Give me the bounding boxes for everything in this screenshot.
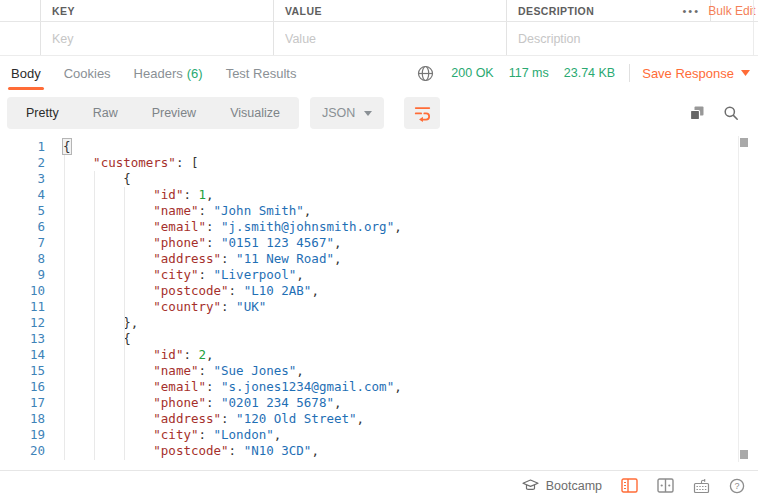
- chevron-down-icon: [364, 111, 372, 116]
- line-number: 8: [0, 251, 45, 267]
- response-body-editor[interactable]: 1234567891011121314151617181920 { "custo…: [0, 136, 758, 462]
- tab-headers[interactable]: Headers (6): [131, 56, 206, 90]
- keyboard-shortcuts-icon[interactable]: [692, 477, 710, 495]
- code-line: {: [63, 171, 758, 187]
- line-number: 18: [0, 411, 45, 427]
- more-options-button[interactable]: •••: [682, 5, 710, 17]
- value-input[interactable]: [285, 32, 495, 46]
- two-pane-layout-icon[interactable]: [656, 477, 674, 495]
- help-icon[interactable]: ?: [728, 477, 746, 495]
- line-number: 3: [0, 171, 45, 187]
- scrollbar-thumb-bottom[interactable]: [740, 450, 748, 459]
- code-line: "customers": [: [63, 155, 758, 171]
- line-number: 7: [0, 235, 45, 251]
- line-number: 19: [0, 427, 45, 443]
- code-line: "phone": "0201 234 5678",: [63, 395, 758, 411]
- params-header-row: KEY VALUE DESCRIPTION ••• Bulk Edit: [0, 0, 758, 22]
- code-line: "email": "j.smith@johnsmith.org",: [63, 219, 758, 235]
- column-header-key: KEY: [40, 0, 273, 21]
- line-number: 20: [0, 443, 45, 459]
- divider: [629, 64, 630, 82]
- code-line: "city": "Liverpool",: [63, 267, 758, 283]
- svg-text:?: ?: [734, 481, 739, 491]
- code-content[interactable]: { "customers": [ { "id": 1, "name": "Joh…: [55, 139, 758, 459]
- line-number: 12: [0, 315, 45, 331]
- console-icon[interactable]: [620, 477, 638, 495]
- code-line: "city": "London",: [63, 427, 758, 443]
- code-line: "address": "120 Old Street",: [63, 411, 758, 427]
- params-input-row: [0, 22, 758, 56]
- status-bar: Bootcamp: [0, 470, 758, 500]
- description-input[interactable]: [518, 32, 741, 46]
- scrollbar-thumb-top[interactable]: [740, 138, 748, 147]
- code-line: "country": "UK": [63, 299, 758, 315]
- response-size: 23.74 KB: [564, 66, 615, 80]
- headers-count-badge: (6): [187, 66, 203, 81]
- column-header-value: VALUE: [273, 0, 506, 21]
- line-number-gutter: 1234567891011121314151617181920: [0, 139, 55, 459]
- code-line: "id": 1,: [63, 187, 758, 203]
- column-header-description: DESCRIPTION: [518, 5, 594, 17]
- code-line: },: [63, 315, 758, 331]
- editor-toolbar-right: [686, 96, 742, 130]
- code-line: {: [63, 139, 758, 155]
- response-panel: KEY VALUE DESCRIPTION ••• Bulk Edit Body…: [0, 0, 758, 500]
- response-time: 117 ms: [509, 66, 549, 80]
- view-raw[interactable]: Raw: [76, 97, 135, 129]
- line-number: 17: [0, 395, 45, 411]
- code-line: "postcode": "N10 3CD",: [63, 443, 758, 459]
- code-line: "name": "John Smith",: [63, 203, 758, 219]
- indent-guide: [64, 155, 65, 460]
- code-line: {: [63, 331, 758, 347]
- view-mode-group: Pretty Raw Preview Visualize: [7, 97, 299, 129]
- view-visualize[interactable]: Visualize: [213, 97, 297, 129]
- line-number: 14: [0, 347, 45, 363]
- row-end-divider: [753, 22, 758, 55]
- response-meta: 200 OK 117 ms 23.74 KB Save Response: [414, 56, 750, 90]
- search-icon[interactable]: [720, 102, 742, 124]
- line-number: 15: [0, 363, 45, 379]
- wrap-text-icon: [413, 104, 432, 122]
- line-number: 5: [0, 203, 45, 219]
- code-line: "address": "11 New Road",: [63, 251, 758, 267]
- indent-guide: [94, 171, 95, 460]
- graduation-cap-icon: [522, 479, 539, 492]
- body-view-bar: Pretty Raw Preview Visualize JSON: [0, 96, 758, 130]
- tab-cookies[interactable]: Cookies: [61, 56, 114, 90]
- response-tab-bar: Body Cookies Headers (6) Test Results 20…: [0, 56, 758, 90]
- code-line: "postcode": "L10 2AB",: [63, 283, 758, 299]
- save-response-button[interactable]: Save Response: [642, 66, 750, 81]
- view-preview[interactable]: Preview: [135, 97, 213, 129]
- bootcamp-button[interactable]: Bootcamp: [522, 479, 602, 493]
- network-globe-icon[interactable]: [414, 62, 436, 84]
- code-line: "name": "Sue Jones",: [63, 363, 758, 379]
- status-code: 200 OK: [451, 66, 493, 80]
- line-number: 6: [0, 219, 45, 235]
- line-number: 13: [0, 331, 45, 347]
- beautify-button[interactable]: [404, 97, 440, 129]
- line-number: 1: [0, 139, 45, 155]
- chevron-down-icon: [741, 70, 750, 76]
- tab-body[interactable]: Body: [8, 56, 44, 90]
- indent-guide: [124, 187, 125, 460]
- code-line: "id": 2,: [63, 347, 758, 363]
- language-select[interactable]: JSON: [310, 97, 384, 129]
- line-number: 4: [0, 187, 45, 203]
- key-input[interactable]: [52, 32, 262, 46]
- line-number: 9: [0, 267, 45, 283]
- line-number: 2: [0, 155, 45, 171]
- tab-test-results[interactable]: Test Results: [223, 56, 300, 90]
- params-select-column: [0, 0, 40, 21]
- code-line: "email": "s.jones1234@gmail.com",: [63, 379, 758, 395]
- code-line: "phone": "0151 123 4567",: [63, 235, 758, 251]
- copy-icon[interactable]: [686, 102, 708, 124]
- editor-scrollbar-track: [738, 136, 739, 462]
- param-row-handle: [0, 22, 40, 55]
- view-pretty[interactable]: Pretty: [9, 97, 76, 129]
- bulk-edit-button[interactable]: Bulk Edit: [708, 4, 755, 18]
- line-number: 16: [0, 379, 45, 395]
- line-number: 11: [0, 299, 45, 315]
- line-number: 10: [0, 283, 45, 299]
- header-end-divider: [753, 0, 758, 21]
